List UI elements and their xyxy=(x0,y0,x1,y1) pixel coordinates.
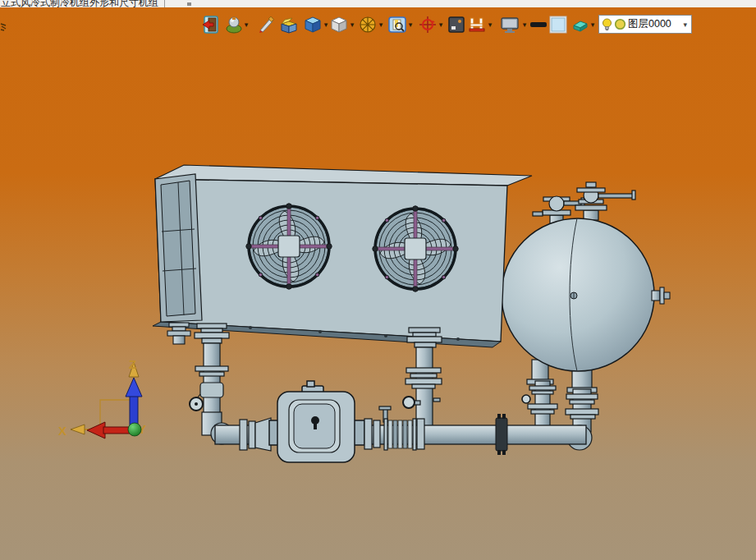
material-ball-icon[interactable] xyxy=(225,16,243,34)
pipe-clamp xyxy=(496,414,507,455)
coordinate-axes: Y X Z xyxy=(58,357,146,438)
flange-pair-left xyxy=(240,418,271,451)
eraser-3d-icon[interactable] xyxy=(570,16,589,34)
rotate-target-icon[interactable] xyxy=(419,16,437,34)
condenser-box[interactable] xyxy=(153,165,532,347)
segmented-sphere-icon[interactable] xyxy=(359,16,377,34)
dropdown-arrow-icon[interactable]: ▾ xyxy=(406,20,415,30)
scene-frame-icon[interactable] xyxy=(447,16,465,34)
combo-dropdown-arrow-icon[interactable]: ▾ xyxy=(683,21,687,29)
dropdown-arrow-icon[interactable]: ▾ xyxy=(322,20,330,30)
sketch-pen-icon[interactable] xyxy=(257,16,275,34)
display-icon[interactable] xyxy=(501,16,519,34)
pump-body[interactable] xyxy=(269,381,364,462)
bellows-coupling xyxy=(364,406,424,450)
app-window: 立式风冷式制冷机组外形和尺寸机组 xyxy=(0,0,756,560)
color-swatch-icon[interactable] xyxy=(549,16,567,34)
line-width-icon[interactable] xyxy=(529,16,548,34)
toolbar: ▾ ▾ ▾ ▾ ▾ ▾ ▾ xyxy=(0,7,756,30)
white-cube-icon[interactable] xyxy=(330,16,348,34)
support-leg xyxy=(167,323,190,344)
x-view-arrow xyxy=(87,422,105,438)
open-box-icon[interactable] xyxy=(280,16,298,34)
zoom-document-icon[interactable] xyxy=(388,16,406,34)
dropdown-arrow-icon[interactable]: ▾ xyxy=(589,20,597,30)
center-drop-pipe xyxy=(403,328,442,427)
valve-handwheel xyxy=(403,397,415,408)
blue-cube-icon[interactable] xyxy=(304,16,322,34)
exit-door-icon[interactable] xyxy=(202,16,220,34)
dropdown-arrow-icon[interactable]: ▾ xyxy=(437,20,445,30)
x-axis-arrowhead xyxy=(71,425,85,434)
workbench-icon[interactable] xyxy=(468,16,486,34)
box-end-recess xyxy=(161,181,195,316)
layer-combobox[interactable]: 图层0000 ▾ xyxy=(598,15,692,34)
dropdown-arrow-icon[interactable]: ▾ xyxy=(242,20,250,30)
current-layer-label: 图层0000 xyxy=(628,17,671,31)
x-axis-label: X xyxy=(58,424,66,438)
titlebar-mark xyxy=(187,2,191,6)
origin-ball xyxy=(128,423,141,436)
dropdown-arrow-icon[interactable]: ▾ xyxy=(348,20,356,30)
dropdown-arrow-icon[interactable]: ▾ xyxy=(520,20,529,30)
sphere-shell[interactable] xyxy=(502,218,654,371)
model-canvas: Y X Z xyxy=(0,0,756,560)
receiver-sphere[interactable] xyxy=(502,182,670,392)
light-bulb-icon xyxy=(602,18,612,31)
layer-circle-icon xyxy=(614,18,626,30)
dropdown-arrow-icon[interactable]: ▾ xyxy=(377,20,385,30)
dropdown-arrow-icon[interactable]: ▾ xyxy=(486,20,494,30)
z-axis-label: Z xyxy=(129,357,136,371)
